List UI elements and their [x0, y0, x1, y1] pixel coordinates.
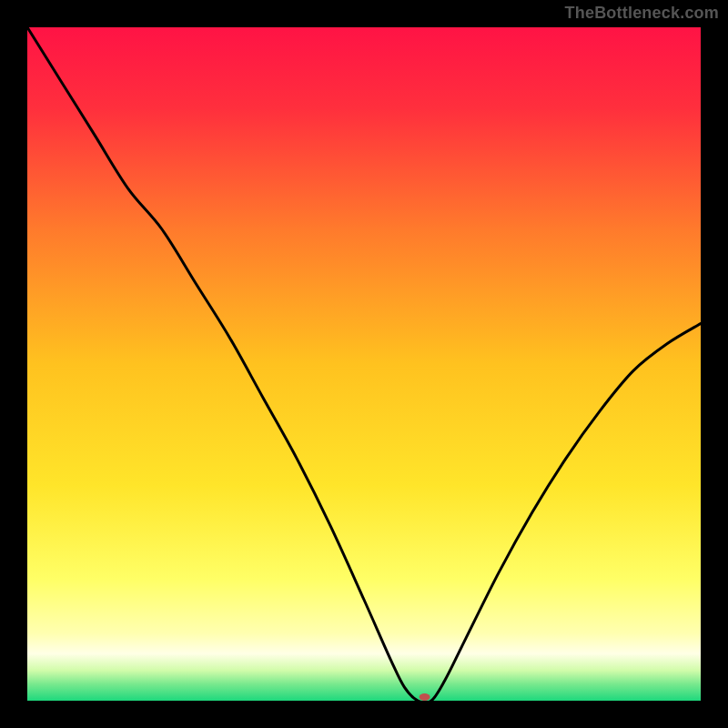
- chart-frame: TheBottleneck.com: [0, 0, 728, 728]
- watermark-text: TheBottleneck.com: [565, 4, 719, 23]
- plot-area: [27, 27, 701, 701]
- watermark-bar: TheBottleneck.com: [0, 0, 728, 27]
- optimum-marker-icon: [420, 693, 430, 701]
- bottleneck-chart: [27, 27, 701, 701]
